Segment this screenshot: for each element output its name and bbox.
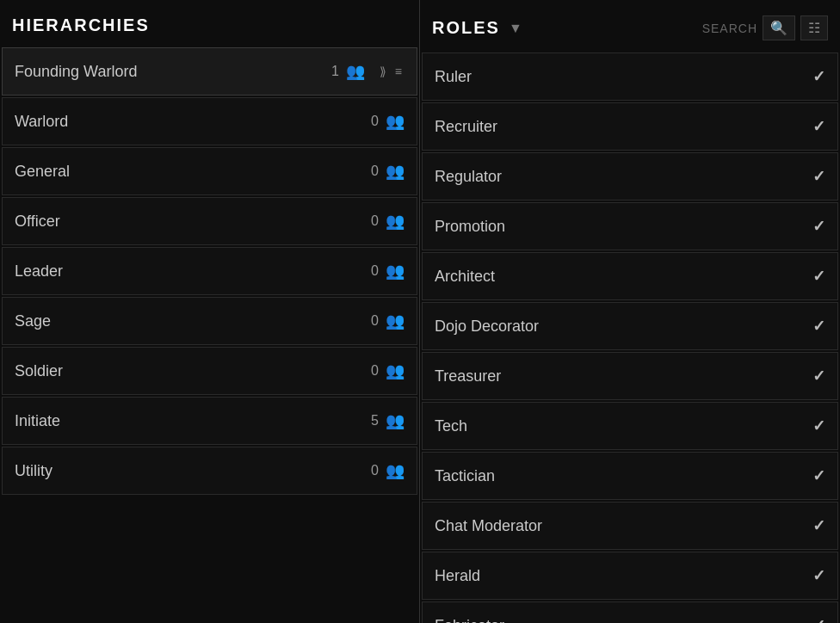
hierarchy-right: 0 👥 — [371, 112, 405, 131]
people-icon: 👥 — [386, 411, 405, 430]
check-icon: ✓ — [812, 566, 825, 585]
hierarchy-right: 0 👥 — [371, 361, 405, 380]
dropdown-icon: ▼ — [509, 21, 522, 36]
check-icon: ✓ — [812, 117, 825, 136]
hierarchy-right: 1 👥 ⟫ ≡ — [331, 62, 405, 81]
roles-title: ROLES — [432, 18, 500, 38]
role-item-dojo-decorator[interactable]: Dojo Decorator ✓ — [422, 302, 838, 350]
role-item-regulator[interactable]: Regulator ✓ — [422, 152, 838, 200]
people-icon: 👥 — [386, 461, 405, 480]
hierarchies-title: HIERARCHIES — [0, 9, 419, 47]
search-area: SEARCH 🔍 ☷ — [702, 15, 828, 40]
role-item-promotion[interactable]: Promotion ✓ — [422, 202, 838, 250]
hierarchy-name: Officer — [15, 213, 60, 231]
role-name: Ruler — [435, 68, 472, 86]
role-name: Treasurer — [435, 367, 501, 386]
role-item-architect[interactable]: Architect ✓ — [422, 252, 838, 300]
role-item-treasurer[interactable]: Treasurer ✓ — [422, 352, 838, 400]
check-icon: ✓ — [812, 516, 825, 535]
people-icon: 👥 — [386, 162, 405, 181]
check-icon: ✓ — [812, 416, 825, 435]
people-icon: 👥 — [386, 262, 405, 281]
hierarchy-name: Utility — [15, 462, 52, 480]
check-icon: ✓ — [812, 367, 825, 386]
hierarchy-right: 0 👥 — [371, 162, 405, 181]
hierarchy-count: 0 — [371, 114, 379, 129]
role-item-chat-moderator[interactable]: Chat Moderator ✓ — [422, 502, 838, 550]
hierarchy-count: 5 — [371, 413, 379, 429]
search-label: SEARCH — [702, 22, 757, 35]
role-name: Promotion — [435, 218, 505, 236]
hierarchy-name: General — [15, 163, 70, 181]
hierarchy-count: 1 — [331, 64, 339, 79]
role-name: Fabricator — [435, 617, 504, 624]
menu-icon[interactable]: ≡ — [392, 63, 405, 80]
hierarchy-item-general[interactable]: General 0 👥 — [2, 147, 417, 195]
role-name: Herald — [435, 567, 480, 585]
hierarchy-right: 5 👥 — [371, 411, 405, 430]
hierarchy-item-utility[interactable]: Utility 0 👥 — [2, 447, 417, 495]
role-item-tactician[interactable]: Tactician ✓ — [422, 452, 838, 500]
hierarchy-right: 0 👥 — [371, 312, 405, 330]
role-name: Chat Moderator — [435, 517, 542, 535]
hierarchy-right: 0 👥 — [371, 461, 405, 480]
role-name: Regulator — [435, 168, 502, 186]
role-name: Tech — [435, 417, 467, 435]
hierarchy-name: Founding Warlord — [15, 63, 137, 81]
people-icon: 👥 — [386, 361, 405, 380]
people-icon: 👥 — [346, 62, 365, 81]
hierarchies-panel: HIERARCHIES Founding Warlord 1 👥 ⟫ ≡ War… — [0, 0, 420, 623]
hierarchy-item-initiate[interactable]: Initiate 5 👥 — [2, 397, 417, 445]
hierarchy-item-warlord[interactable]: Warlord 0 👥 — [2, 97, 417, 145]
check-icon: ✓ — [812, 167, 825, 186]
hierarchy-count: 0 — [371, 313, 379, 329]
check-icon: ✓ — [812, 267, 825, 286]
roles-header-left: ROLES ▼ — [432, 18, 522, 38]
people-icon: 👥 — [386, 112, 405, 131]
hierarchy-name: Leader — [15, 262, 63, 281]
forward-icon[interactable]: ⟫ — [377, 63, 389, 80]
hierarchy-item-officer[interactable]: Officer 0 👥 — [2, 197, 417, 245]
hierarchy-right: 0 👥 — [371, 212, 405, 231]
hierarchy-count: 0 — [371, 363, 379, 379]
check-icon: ✓ — [812, 67, 825, 86]
hierarchy-item-sage[interactable]: Sage 0 👥 — [2, 297, 417, 345]
check-icon: ✓ — [812, 317, 825, 336]
hierarchy-name: Warlord — [15, 113, 68, 131]
role-item-herald[interactable]: Herald ✓ — [422, 552, 838, 600]
hierarchy-count: 0 — [371, 213, 379, 229]
role-item-tech[interactable]: Tech ✓ — [422, 402, 838, 450]
check-icon: ✓ — [812, 466, 825, 485]
people-icon: 👥 — [386, 312, 405, 330]
check-icon: ✓ — [812, 217, 825, 236]
hierarchy-name: Sage — [15, 312, 51, 330]
hierarchy-name: Soldier — [15, 362, 63, 380]
role-item-ruler[interactable]: Ruler ✓ — [422, 52, 838, 101]
hierarchy-item-soldier[interactable]: Soldier 0 👥 — [2, 347, 417, 395]
roles-header: ROLES ▼ SEARCH 🔍 ☷ — [420, 9, 840, 52]
roles-panel: ROLES ▼ SEARCH 🔍 ☷ Ruler ✓ Recruiter ✓ R… — [420, 0, 840, 623]
role-name: Architect — [435, 268, 495, 286]
check-icon: ✓ — [812, 616, 825, 623]
grid-view-button[interactable]: ☷ — [800, 15, 828, 40]
role-name: Dojo Decorator — [435, 318, 539, 336]
hierarchy-right: 0 👥 — [371, 262, 405, 281]
search-button[interactable]: 🔍 — [763, 15, 795, 40]
people-icon: 👥 — [386, 212, 405, 231]
hierarchies-list: Founding Warlord 1 👥 ⟫ ≡ Warlord 0 👥 — [0, 47, 419, 495]
role-item-recruiter[interactable]: Recruiter ✓ — [422, 102, 838, 151]
role-name: Recruiter — [435, 118, 497, 136]
hierarchy-count: 0 — [371, 463, 379, 478]
hierarchy-count: 0 — [371, 163, 379, 179]
role-name: Tactician — [435, 467, 495, 485]
roles-list: Ruler ✓ Recruiter ✓ Regulator ✓ Promotio… — [420, 52, 840, 623]
action-icons: ⟫ ≡ — [377, 63, 405, 80]
hierarchy-item-leader[interactable]: Leader 0 👥 — [2, 247, 417, 295]
hierarchy-name: Initiate — [15, 412, 60, 430]
hierarchy-item-founding-warlord[interactable]: Founding Warlord 1 👥 ⟫ ≡ — [2, 47, 417, 96]
hierarchy-count: 0 — [371, 263, 379, 279]
role-item-fabricator[interactable]: Fabricator ✓ — [422, 601, 838, 623]
